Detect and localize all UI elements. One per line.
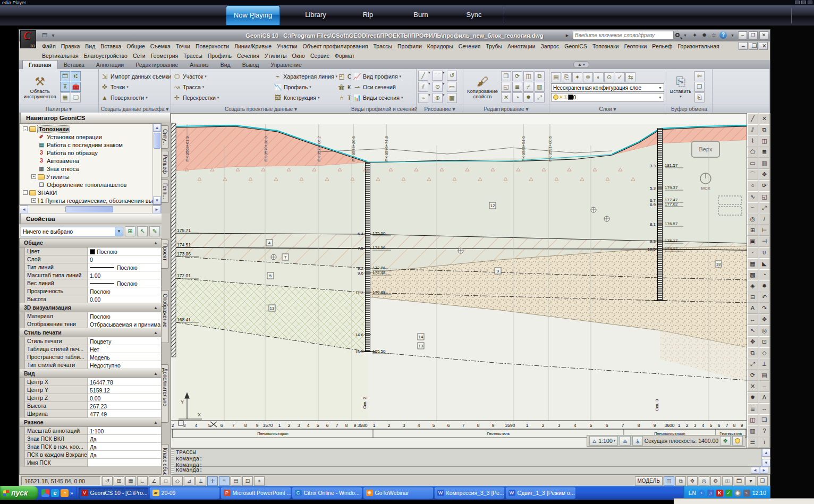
tree-expander-icon[interactable]: - — [23, 190, 28, 195]
help-icon[interactable]: ? — [719, 31, 727, 39]
snap-toggle-icon[interactable]: ⊞ — [114, 476, 124, 486]
palette-tab-отображение[interactable]: Отображение — [162, 290, 169, 343]
media-tab-library[interactable]: Library — [293, 5, 338, 25]
hatch-icon[interactable]: ▩ — [447, 93, 457, 103]
revision-cloud-icon[interactable]: ∿ — [747, 191, 758, 202]
menu-трассы[interactable]: Трассы — [181, 53, 205, 59]
copy-icon[interactable]: ⧉ — [759, 124, 770, 135]
start-button[interactable]: пуск — [0, 486, 38, 500]
ribbon-tab-редактирование[interactable]: Редактирование — [130, 61, 184, 69]
navigator-hscrollbar[interactable]: ◄ ► — [19, 205, 162, 213]
cut-icon[interactable]: ✄ — [694, 71, 705, 81]
app-close-button[interactable]: ✕ — [759, 31, 768, 39]
menu-геоточки[interactable]: Геоточки — [622, 43, 650, 49]
tree-item-установки-операции[interactable]: ✐Установки операции — [20, 133, 152, 141]
ribbon-item-виды-сечения[interactable]: 📊Виды сечения▾ — [353, 92, 403, 103]
circle-icon[interactable]: ○ — [747, 180, 758, 191]
command-line-window[interactable]: ТРАССЫКоманда:Команда: ▲ ▼ Команда: ◄ ► — [171, 448, 771, 475]
taskbar-button-citrix-online-windo[interactable]: CCitrix Online - Windo... — [292, 488, 362, 499]
polyline-icon[interactable]: ⌁ — [418, 93, 428, 103]
menu-профиль[interactable]: Профиль — [205, 53, 234, 59]
menu-запрос[interactable]: Запрос — [538, 43, 562, 49]
survey-toggle-icon[interactable]: ⊼ — [60, 82, 70, 92]
polyline-icon[interactable]: ⌇ — [747, 135, 758, 147]
ribbon-tab-вид[interactable]: Вид — [215, 61, 236, 69]
ribbon-item-характерная-линия[interactable]: ⌁Характерная линия▾ — [274, 71, 337, 82]
circle-icon[interactable]: ⊙ — [433, 82, 443, 92]
subscription-center-icon[interactable]: ✦ — [691, 31, 699, 39]
zoom-icon[interactable]: ◎ — [699, 476, 709, 486]
polar-toggle-icon[interactable]: ∠ — [149, 476, 159, 486]
panel-title-design[interactable]: Создать проектные данные ▾ — [171, 105, 351, 113]
scroll-left-icon[interactable]: ◄ — [751, 467, 759, 474]
dropdown-arrow-icon[interactable]: ▾ — [443, 93, 445, 104]
navigator-vscrollbar[interactable]: ▲ ▼ — [152, 124, 161, 204]
property-value[interactable]: 1.00 — [88, 271, 161, 279]
menu-благоустройство[interactable]: Благоустройство — [81, 53, 130, 59]
rotate-icon[interactable]: ⟳ — [512, 71, 522, 81]
ellipse-icon[interactable]: ◎ — [747, 213, 758, 225]
layer-combo[interactable]: ☀ ⚿ 0▼ — [551, 93, 664, 101]
gotomeeting-icon[interactable]: ◔ — [61, 489, 69, 497]
menu-формат[interactable]: Формат — [332, 53, 357, 59]
menu-окно[interactable]: Окно — [290, 53, 308, 59]
ribbon-tab-вставка[interactable]: Вставка — [58, 61, 90, 69]
tree-expander-icon[interactable]: - — [23, 126, 28, 131]
scroll-right-icon[interactable]: ► — [152, 206, 161, 213]
palette-tab-ситу[interactable]: Ситу... — [162, 125, 169, 149]
scroll-down-icon[interactable]: ▼ — [762, 459, 770, 467]
palette-tab-генп[interactable]: Генп... — [162, 180, 169, 203]
tree-item-оформление-топопланшетов[interactable]: ❏Оформление топопланшетов — [20, 181, 152, 189]
spline-icon[interactable]: ~ — [747, 202, 758, 213]
array-icon[interactable]: ▥ — [747, 425, 758, 437]
palette-tab-дополнительно[interactable]: Дополнительно — [162, 364, 169, 423]
table-icon[interactable]: ⊟ — [747, 292, 758, 303]
layer-thaw-icon[interactable]: ☀ — [558, 95, 564, 100]
menu-профили[interactable]: Профили — [395, 43, 425, 49]
dropdown-arrow-icon[interactable]: ▾ — [428, 93, 430, 104]
menu-участки[interactable]: Участки — [274, 43, 300, 49]
coordinates-display[interactable]: 16521.18, 5145.84, 0.00 — [21, 476, 101, 485]
tree-item-автозамена[interactable]: ЗАвтозамена — [20, 157, 152, 165]
annotation-autoscale-button[interactable]: ⚶ — [632, 436, 642, 446]
erase-icon[interactable]: ✕ — [747, 381, 758, 392]
info-icon[interactable]: i — [759, 437, 770, 448]
plot-icon[interactable]: ❏ — [759, 414, 770, 425]
property-section-общие[interactable]: Общие▲ — [20, 238, 161, 247]
layer-on-icon[interactable] — [553, 95, 558, 100]
doc-close-button[interactable]: ✕ — [759, 42, 768, 50]
ribbon-tab-аннотации[interactable]: Аннотации — [90, 61, 130, 69]
menu-файл[interactable]: Файл — [39, 43, 58, 49]
match-props-icon[interactable]: ❐ — [501, 71, 511, 81]
property-value[interactable]: Послою — [88, 287, 161, 295]
property-value[interactable]: 0.00 — [88, 394, 161, 402]
ribbon-item-поверхности[interactable]: ▲Поверхности▾ — [100, 92, 171, 103]
revision-cloud-icon[interactable]: ↺ — [447, 71, 457, 81]
property-section-3d-визуализация[interactable]: 3D визуализация▲ — [20, 303, 161, 312]
menu-геометрия[interactable]: Геометрия — [148, 53, 181, 59]
properties-title[interactable]: Свойства — [19, 213, 162, 224]
dropdown-arrow-icon[interactable]: ▾ — [428, 71, 430, 81]
quick-view-drawings-icon[interactable]: ⧉ — [675, 476, 686, 486]
stretch-icon[interactable]: ⤢ — [535, 92, 545, 102]
zoom-extents-icon[interactable]: ⊡ — [759, 336, 770, 347]
display-toggle-icon[interactable]: 🖵 — [71, 92, 81, 102]
command-history[interactable]: ТРАССЫКоманда:Команда: — [174, 449, 761, 467]
menu-съемка[interactable]: Съемка — [148, 43, 173, 49]
multiline-text-icon[interactable]: A — [747, 303, 758, 314]
language-indicator[interactable]: EN — [689, 490, 696, 496]
taskbar-button-gotowebinar[interactable]: ❋GoToWebinar — [363, 488, 433, 499]
media-close-button[interactable] — [808, 1, 812, 4]
osnap-toggle-icon[interactable]: □ — [160, 476, 171, 486]
trim-icon[interactable]: / — [759, 213, 770, 225]
workspace-icon[interactable]: 🗔 — [734, 476, 744, 486]
undo-icon[interactable]: ↶ — [759, 292, 770, 303]
property-value[interactable]: 0 — [88, 255, 161, 263]
dropdown-arrow-icon[interactable]: ▾ — [443, 71, 445, 81]
menu-аннотации[interactable]: Аннотации — [505, 43, 538, 49]
communication-center-icon[interactable]: ✹ — [700, 31, 708, 39]
ribbon-item-точки[interactable]: ✜Точки▾ — [100, 82, 171, 92]
lwt-toggle-icon[interactable]: ≡ — [219, 476, 230, 486]
property-section-вид[interactable]: Вид▲ — [20, 369, 161, 378]
menu-правка[interactable]: Правка — [58, 43, 82, 49]
